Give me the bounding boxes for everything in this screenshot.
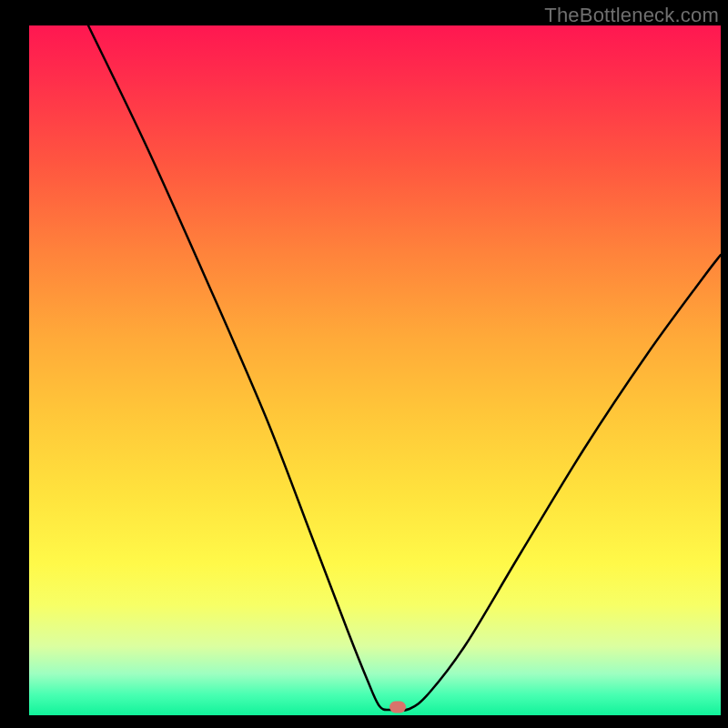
minimum-marker bbox=[389, 702, 406, 713]
bottleneck-curve bbox=[88, 25, 721, 711]
chart-frame: TheBottleneck.com bbox=[0, 0, 728, 728]
plot-area bbox=[29, 25, 721, 715]
watermark-text: TheBottleneck.com bbox=[544, 4, 719, 27]
curve-svg bbox=[29, 25, 721, 715]
